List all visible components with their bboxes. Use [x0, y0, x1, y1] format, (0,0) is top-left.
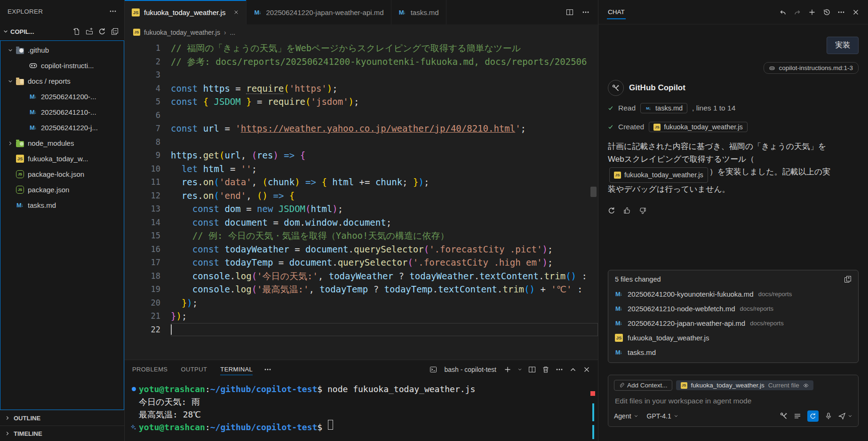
file-reference-pill[interactable]: JSfukuoka_today_weather.js — [609, 167, 708, 183]
code-line: 15 // 例: 今日の天気・気温を取得（Yahoo!天気の構造に依存） — [125, 229, 598, 243]
outline-section[interactable]: OUTLINE — [0, 410, 124, 425]
terminal-more-icon[interactable] — [556, 366, 563, 373]
undo-icon[interactable] — [779, 8, 787, 16]
terminal-overview-error-mark — [590, 391, 595, 396]
tree-item[interactable]: .github — [0, 42, 124, 58]
chevron-down-icon — [674, 414, 678, 418]
terminal-output[interactable]: yotu@trashcan:~/github/copilot-test$ nod… — [125, 379, 598, 441]
editor-tab[interactable]: JSfukuoka_today_weather.js — [125, 0, 247, 24]
redo-icon[interactable] — [794, 8, 801, 16]
agent-mode-select[interactable]: Agent — [614, 412, 638, 420]
check-icon — [608, 124, 613, 130]
tree-item[interactable]: JSpackage.json — [0, 182, 124, 197]
copilot-icon — [769, 65, 775, 71]
code-line: 10 let html = ''; — [125, 162, 598, 176]
new-chat-icon[interactable] — [808, 8, 816, 16]
terminal-session-label[interactable]: bash - copilot-test — [445, 366, 497, 373]
file-tree[interactable]: .githubcopilot-instructi...docs / report… — [0, 40, 124, 410]
mic-icon[interactable] — [825, 412, 832, 420]
timeline-section[interactable]: TIMELINE — [0, 425, 124, 441]
tree-item[interactable]: M↓tasks.md — [0, 197, 124, 213]
workspace-section-header[interactable]: COPIL... — [0, 23, 124, 40]
split-terminal-icon[interactable] — [528, 366, 536, 373]
panel-more-icon[interactable] — [264, 366, 271, 373]
code-editor[interactable]: 1// 福岡の「きょうの天気」をWebページからスクレイピングで取得する簡単なツ… — [125, 40, 598, 360]
json-icon: JS — [16, 186, 24, 194]
add-context-button[interactable]: Add Context... — [614, 380, 672, 391]
chevron-down-icon — [634, 414, 638, 418]
js-file-icon: JS — [614, 172, 621, 179]
files-changed-panel: 5 files changed M↓202506241200-kyounoten… — [608, 270, 859, 363]
editor-more-icon[interactable] — [582, 8, 589, 16]
model-select[interactable]: GPT-4.1 — [647, 412, 678, 420]
changed-file-row[interactable]: JSfukuoka_today_weather.js — [608, 331, 858, 345]
tree-item[interactable]: M↓202506241220-j... — [0, 120, 124, 135]
maximize-panel-icon[interactable] — [569, 366, 577, 373]
js-icon: JS — [615, 334, 623, 342]
js-icon: JS — [132, 8, 140, 16]
explorer-header: EXPLORER — [0, 0, 124, 23]
breadcrumb[interactable]: JS fukuoka_today_weather.js › ... — [125, 24, 598, 40]
terminal-cursor — [328, 420, 333, 430]
refresh-explorer-button[interactable] — [98, 28, 106, 35]
md-icon: M↓ — [398, 8, 406, 16]
regenerate-icon[interactable] — [608, 207, 615, 214]
chat-history-icon[interactable] — [823, 8, 830, 16]
file-reference-pill[interactable]: M↓tasks.md — [640, 103, 687, 113]
tree-item[interactable]: node_modules — [0, 135, 124, 151]
tree-item[interactable]: M↓202506241200-... — [0, 89, 124, 104]
tree-item[interactable]: M↓202506241210-... — [0, 104, 124, 120]
file-reference-pill[interactable]: JSfukuoka_today_weather.js — [649, 122, 748, 132]
tree-item-label: .github — [28, 46, 49, 54]
current-file-pill[interactable]: JS fukuoka_today_weather.js Current file — [676, 380, 813, 390]
auto-approve-toggle[interactable] — [807, 410, 819, 422]
js-icon: JS — [16, 155, 24, 163]
chat-more-icon[interactable] — [837, 8, 845, 16]
tree-item[interactable]: JSfukuoka_today_w... — [0, 151, 124, 166]
tree-item[interactable]: JSpackage-lock.json — [0, 166, 124, 182]
close-panel-icon[interactable] — [583, 366, 590, 373]
close-tab-icon[interactable] — [233, 9, 239, 15]
sparkle-icon — [131, 425, 136, 430]
tab-chat[interactable]: CHAT — [607, 6, 626, 18]
kill-terminal-icon[interactable] — [542, 366, 549, 373]
eye-icon[interactable] — [803, 383, 809, 388]
close-chat-icon[interactable] — [852, 8, 860, 16]
instructions-reference-pill[interactable]: copilot-instructions.md:1-3 — [764, 62, 859, 74]
editor-tab[interactable]: M↓tasks.md — [391, 0, 446, 24]
explorer-more-icon[interactable] — [109, 8, 117, 15]
changed-file-row[interactable]: M↓202506241220-japan-weather-api.mddocs/… — [608, 316, 858, 331]
split-editor-icon[interactable] — [566, 8, 573, 16]
changed-file-row[interactable]: M↓202506241200-kyounotenki-fukuoka.mddoc… — [608, 287, 858, 301]
breadcrumb-file[interactable]: fukuoka_today_weather.js — [144, 29, 220, 36]
new-file-button[interactable] — [73, 28, 80, 35]
configure-tools-icon[interactable] — [780, 412, 788, 420]
new-folder-button[interactable] — [86, 28, 93, 35]
thumbs-down-icon[interactable] — [639, 207, 646, 214]
view-diff-icon[interactable] — [844, 276, 852, 283]
changed-file-row[interactable]: M↓tasks.md — [608, 345, 858, 360]
send-button[interactable] — [838, 412, 852, 420]
code-line: 22 — [125, 323, 598, 337]
panel-tab-problems[interactable]: PROBLEMS — [132, 364, 167, 375]
folder-github-icon — [16, 48, 24, 54]
tree-item-label: 202506241210-... — [41, 108, 96, 116]
new-terminal-button[interactable] — [504, 366, 511, 373]
editor-tab[interactable]: M↓202506241220-japan-weather-api.md — [247, 0, 391, 24]
terminal-dropdown-icon[interactable] — [518, 367, 522, 372]
chat-input-box[interactable]: Add Context... JS fukuoka_today_weather.… — [608, 375, 859, 427]
editor-scrollbar[interactable] — [590, 187, 597, 197]
thumbs-up-icon[interactable] — [623, 207, 631, 214]
collapse-all-button[interactable] — [111, 28, 119, 35]
panel-tab-terminal[interactable]: TERMINAL — [220, 364, 253, 375]
chat-input-placeholder[interactable]: Edit files in your workspace in agent mo… — [615, 397, 852, 405]
tree-item[interactable]: docs / reports — [0, 73, 124, 89]
changed-file-row[interactable]: M↓202506241210-node-webfetch.mddocs/repo… — [608, 301, 858, 316]
changed-file-name: 202506241200-kyounotenki-fukuoka.md — [628, 290, 754, 298]
breadcrumb-more[interactable]: ... — [230, 29, 236, 36]
mcp-servers-icon[interactable] — [794, 412, 801, 420]
tree-item[interactable]: copilot-instructi... — [0, 58, 124, 73]
outline-label: OUTLINE — [14, 415, 40, 422]
panel-tab-output[interactable]: OUTPUT — [181, 364, 207, 375]
copilot-icon — [29, 62, 37, 70]
